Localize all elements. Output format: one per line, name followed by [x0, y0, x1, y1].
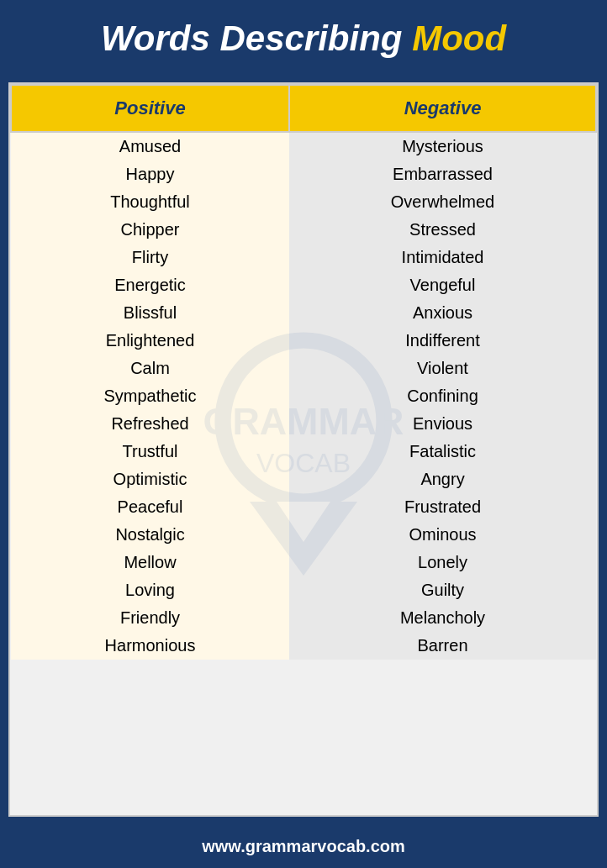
table-row: Chipper — [11, 216, 289, 244]
table-row: Optimistic — [11, 466, 289, 493]
table-row: Anxious — [289, 299, 596, 327]
table-row: Friendly — [11, 604, 289, 632]
footer: www.grammarvocab.com — [0, 825, 607, 868]
table-row: Intimidated — [289, 244, 596, 271]
table-row: Melancholy — [289, 604, 596, 632]
header: Words Describing Mood — [0, 0, 607, 74]
table-row: Confining — [289, 382, 596, 410]
table-row: Barren — [289, 632, 596, 660]
mood-table: Positive Negative AmusedMysteriousHappyE… — [10, 84, 597, 660]
table-row: Mellow — [11, 549, 289, 576]
positive-header: Positive — [11, 85, 289, 132]
table-row: Happy — [11, 160, 289, 188]
table-row: Ominous — [289, 521, 596, 549]
table-row: Enlightened — [11, 327, 289, 355]
table-row: Flirty — [11, 244, 289, 271]
table-row: Envious — [289, 410, 596, 438]
table-row: Angry — [289, 466, 596, 493]
table-row: Amused — [11, 132, 289, 160]
table-row: Calm — [11, 355, 289, 382]
table-row: Fatalistic — [289, 438, 596, 466]
page-title: Words Describing Mood — [17, 18, 590, 59]
table-row: Mysterious — [289, 132, 596, 160]
table-row: Loving — [11, 576, 289, 604]
table-row: Embarrassed — [289, 160, 596, 188]
table-row: Lonely — [289, 549, 596, 576]
table-row: Stressed — [289, 216, 596, 244]
title-white: Words Describing — [101, 18, 412, 58]
table-row: Violent — [289, 355, 596, 382]
table-row: Guilty — [289, 576, 596, 604]
table-row: Harmonious — [11, 632, 289, 660]
main-content: GRAMMAR VOCAB Positive Negative AmusedMy… — [8, 82, 599, 817]
table-row: Frustrated — [289, 493, 596, 521]
table-row: Overwhelmed — [289, 188, 596, 216]
negative-header: Negative — [289, 85, 596, 132]
table-row: Nostalgic — [11, 521, 289, 549]
table-row: Thoughtful — [11, 188, 289, 216]
table-row: Blissful — [11, 299, 289, 327]
table-row: Trustful — [11, 438, 289, 466]
table-row: Vengeful — [289, 271, 596, 299]
table-row: Indifferent — [289, 327, 596, 355]
table-row: Energetic — [11, 271, 289, 299]
title-yellow: Mood — [412, 18, 506, 58]
table-row: Sympathetic — [11, 382, 289, 410]
table-row: Peaceful — [11, 493, 289, 521]
footer-url: www.grammarvocab.com — [202, 837, 405, 855]
table-row: Refreshed — [11, 410, 289, 438]
